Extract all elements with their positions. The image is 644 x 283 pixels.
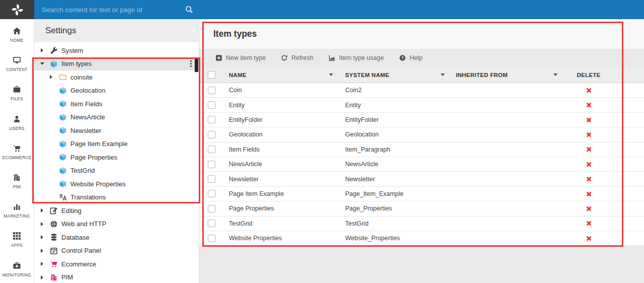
row-checkbox-cell [199, 127, 223, 142]
row-system-name-cell: Coin2 [340, 87, 452, 94]
delete-icon[interactable] [586, 236, 592, 241]
table-row-website-properties: Website Properties Website_Properties [199, 231, 644, 246]
tree-item-ecommerce[interactable]: Ecommerce [34, 257, 199, 271]
row-checkbox[interactable] [208, 175, 215, 183]
nav-item-users[interactable]: USERS [0, 114, 34, 143]
sort-arrow-icon[interactable] [329, 74, 333, 76]
expand-arrow-icon[interactable] [39, 275, 45, 279]
tree-item-pim[interactable]: PIM [34, 271, 199, 283]
expand-arrow-icon[interactable] [39, 62, 45, 65]
row-checkbox[interactable] [208, 146, 215, 153]
toolbar-button-help[interactable]: Help [399, 54, 423, 61]
nav-item-files[interactable]: FILES [0, 84, 34, 113]
row-name-cell[interactable]: Page Item Example [223, 190, 340, 197]
row-system-name-cell: Website_Properties [340, 235, 452, 242]
expand-arrow-icon[interactable] [39, 208, 45, 213]
nav-item-apps[interactable]: APPS [0, 231, 34, 260]
row-name-cell[interactable]: NewsArticle [223, 161, 340, 168]
row-name-cell[interactable]: Website Properties [223, 235, 340, 242]
tree-item-translations[interactable]: Translations [34, 191, 199, 204]
tree-item-coinsite[interactable]: coinsite [34, 70, 199, 84]
delete-icon[interactable] [586, 221, 592, 226]
delete-icon[interactable] [586, 162, 592, 167]
row-checkbox[interactable] [208, 235, 215, 242]
delete-icon[interactable] [586, 206, 592, 211]
tree-item-testgrid[interactable]: TestGrid [34, 164, 199, 178]
row-checkbox[interactable] [208, 190, 215, 197]
tree-item-label: Page Properties [70, 154, 117, 161]
nav-item-pim[interactable]: PIM [0, 172, 34, 201]
row-name-cell[interactable]: Coin [223, 87, 340, 94]
row-name-cell[interactable]: Geolocation [223, 131, 340, 138]
tree-item-newsarticle[interactable]: NewsArticle [34, 111, 199, 124]
sort-arrow-icon[interactable] [441, 74, 445, 76]
tree-item-website-properties[interactable]: Website Properties [34, 177, 199, 191]
search-icon[interactable] [185, 6, 193, 14]
expand-arrow-icon[interactable] [39, 48, 45, 52]
nav-item-ecommerce[interactable]: ECOMMERCE [0, 143, 34, 172]
row-delete-cell [565, 201, 613, 216]
app-logo[interactable] [0, 0, 34, 19]
tree-scrollbar-thumb[interactable] [195, 57, 198, 72]
select-all-checkbox[interactable] [208, 71, 215, 79]
toolbar-button-new-item-type[interactable]: New item type [215, 54, 266, 61]
settings-tree: System Item types coinsite Geolocation [34, 42, 199, 283]
row-checkbox[interactable] [208, 131, 215, 138]
nav-item-content[interactable]: CONTENT [0, 55, 34, 84]
expand-arrow-icon[interactable] [39, 249, 45, 253]
nav-item-marketing[interactable]: MARKETING [0, 201, 34, 231]
delete-icon[interactable] [586, 117, 592, 122]
item-menu-icon[interactable] [190, 63, 192, 64]
nav-item-monitoring[interactable]: MONITORING [0, 260, 34, 283]
row-checkbox[interactable] [208, 101, 215, 109]
tree-item-editing[interactable]: Editing [34, 204, 199, 218]
row-checkbox[interactable] [208, 205, 215, 213]
expand-arrow-icon[interactable] [48, 75, 54, 79]
row-name-cell[interactable]: Newsletter [223, 176, 340, 183]
row-checkbox-cell [199, 157, 223, 171]
expand-arrow-icon[interactable] [39, 262, 45, 266]
expand-arrow-icon[interactable] [39, 235, 45, 239]
delete-icon[interactable] [586, 102, 592, 108]
search-input[interactable] [41, 6, 185, 14]
tree-item-page-properties[interactable]: Page Properties [34, 151, 199, 164]
row-name-cell[interactable]: Page Properties [223, 205, 340, 212]
delete-icon[interactable] [586, 191, 592, 196]
column-header-inherited-from[interactable]: INHERITED FROM [452, 67, 565, 83]
tree-item-control-panel[interactable]: Control Panel [34, 244, 199, 258]
sort-arrow-icon[interactable] [553, 74, 557, 76]
column-header-name[interactable]: NAME [223, 67, 340, 83]
tree-item-database[interactable]: Database [34, 231, 199, 244]
toolbar-button-item-type-usage[interactable]: Item type usage [329, 54, 384, 61]
nav-icon [13, 27, 21, 35]
tree-item-geolocation[interactable]: Geolocation [34, 84, 199, 98]
row-checkbox[interactable] [208, 87, 215, 94]
delete-icon[interactable] [586, 88, 592, 93]
tree-item-icon [50, 260, 58, 268]
tree-item-icon [50, 273, 58, 281]
expand-arrow-icon[interactable] [39, 222, 45, 226]
delete-icon[interactable] [586, 132, 592, 137]
row-checkbox[interactable] [208, 161, 215, 168]
nav-label: USERS [9, 126, 24, 131]
row-name-cell[interactable]: Entity [223, 102, 340, 109]
tree-item-newsletter[interactable]: Newsletter [34, 124, 199, 137]
row-name-cell[interactable]: EntityFolder [223, 116, 340, 123]
tree-item-page-item-example[interactable]: Page Item Example [34, 137, 199, 151]
row-checkbox-cell [199, 143, 223, 157]
tree-item-system[interactable]: System [34, 44, 199, 57]
delete-icon[interactable] [586, 176, 592, 182]
tree-item-item-fields[interactable]: Item Fields [34, 97, 199, 111]
row-checkbox-cell [199, 187, 223, 201]
toolbar-button-refresh[interactable]: Refresh [281, 54, 313, 61]
row-checkbox[interactable] [208, 220, 215, 227]
row-name-cell[interactable]: Item Fields [223, 146, 340, 153]
row-name-cell[interactable]: TestGrid [223, 220, 340, 227]
column-header-system-name[interactable]: SYSTEM NAME [340, 67, 452, 83]
collapse-panel-icon[interactable] [192, 28, 195, 33]
tree-item-web-and-http[interactable]: Web and HTTP [34, 218, 199, 231]
nav-item-home[interactable]: HOME [0, 26, 34, 55]
delete-icon[interactable] [586, 147, 592, 152]
tree-item-item-types[interactable]: Item types [34, 57, 199, 71]
row-checkbox[interactable] [208, 116, 215, 123]
